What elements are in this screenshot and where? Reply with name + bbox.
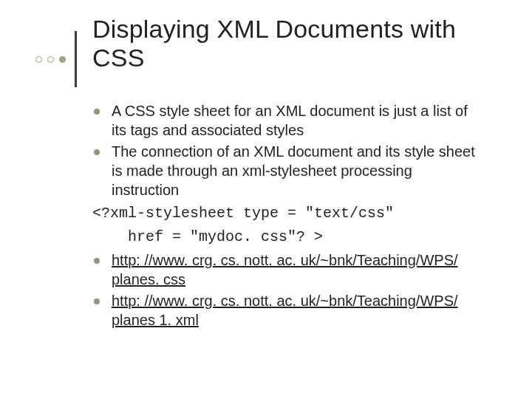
bullet-list-top: A CSS style sheet for an XML document is… bbox=[92, 102, 480, 200]
code-line: <?xml-stylesheet type = "text/css" bbox=[92, 204, 480, 223]
code-line: href = "mydoc. css"? > bbox=[92, 228, 480, 247]
bullet-list-links: http: //www. crg. cs. nott. ac. uk/~bnk/… bbox=[92, 251, 480, 330]
link-text[interactable]: http: //www. crg. cs. nott. ac. uk/~bnk/… bbox=[112, 252, 458, 287]
title-decor bbox=[35, 31, 77, 87]
slide-title: Displaying XML Documents with CSS bbox=[92, 15, 488, 72]
bullet-item: A CSS style sheet for an XML document is… bbox=[92, 102, 480, 140]
bullet-item: http: //www. crg. cs. nott. ac. uk/~bnk/… bbox=[92, 251, 480, 289]
decor-dot-hollow bbox=[47, 56, 54, 63]
link-text[interactable]: http: //www. crg. cs. nott. ac. uk/~bnk/… bbox=[112, 293, 458, 328]
bullet-item: http: //www. crg. cs. nott. ac. uk/~bnk/… bbox=[92, 292, 480, 330]
decor-dot-hollow bbox=[35, 56, 42, 63]
bullet-item: The connection of an XML document and it… bbox=[92, 143, 480, 200]
slide: Displaying XML Documents with CSS A CSS … bbox=[0, 0, 532, 399]
decor-vline bbox=[75, 31, 77, 87]
slide-content: A CSS style sheet for an XML document is… bbox=[92, 102, 480, 330]
decor-dot-solid bbox=[59, 56, 66, 63]
